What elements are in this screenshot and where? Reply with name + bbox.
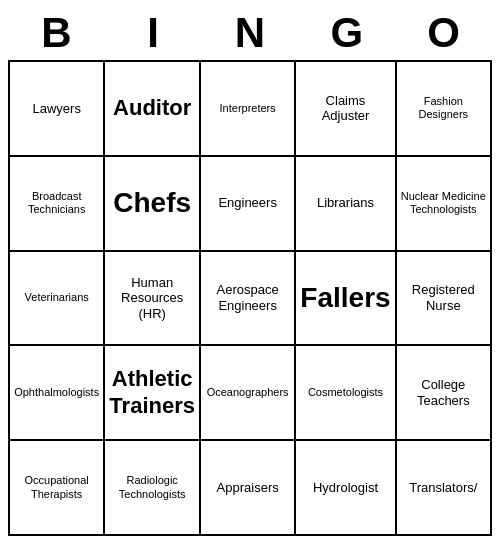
bingo-cell-r4-c1: Radiologic Technologists <box>105 441 201 536</box>
bingo-cell-r1-c3: Librarians <box>296 157 396 252</box>
bingo-cell-r3-c4: College Teachers <box>397 346 492 441</box>
bingo-cell-r2-c3: Fallers <box>296 252 396 347</box>
bingo-cell-r1-c2: Engineers <box>201 157 296 252</box>
bingo-cell-r0-c4: Fashion Designers <box>397 62 492 157</box>
bingo-cell-r3-c3: Cosmetologists <box>296 346 396 441</box>
bingo-grid: LawyersAuditorInterpretersClaims Adjuste… <box>8 60 492 536</box>
bingo-cell-r3-c0: Ophthalmologists <box>10 346 105 441</box>
bingo-letter-g: G <box>307 12 387 54</box>
bingo-letter-n: N <box>210 12 290 54</box>
bingo-cell-r2-c0: Veterinarians <box>10 252 105 347</box>
bingo-letter-o: O <box>404 12 484 54</box>
bingo-cell-r0-c1: Auditor <box>105 62 201 157</box>
bingo-cell-r0-c2: Interpreters <box>201 62 296 157</box>
bingo-letter-i: I <box>113 12 193 54</box>
bingo-cell-r1-c0: Broadcast Technicians <box>10 157 105 252</box>
bingo-cell-r2-c1: Human Resources (HR) <box>105 252 201 347</box>
bingo-cell-r4-c3: Hydrologist <box>296 441 396 536</box>
bingo-cell-r3-c2: Oceanographers <box>201 346 296 441</box>
bingo-cell-r0-c0: Lawyers <box>10 62 105 157</box>
bingo-cell-r4-c0: Occupational Therapists <box>10 441 105 536</box>
bingo-cell-r1-c1: Chefs <box>105 157 201 252</box>
bingo-cell-r0-c3: Claims Adjuster <box>296 62 396 157</box>
bingo-letter-b: B <box>16 12 96 54</box>
bingo-header: BINGO <box>8 8 492 60</box>
bingo-cell-r4-c2: Appraisers <box>201 441 296 536</box>
bingo-cell-r2-c4: Registered Nurse <box>397 252 492 347</box>
bingo-cell-r2-c2: Aerospace Engineers <box>201 252 296 347</box>
bingo-cell-r3-c1: Athletic Trainers <box>105 346 201 441</box>
bingo-cell-r1-c4: Nuclear Medicine Technologists <box>397 157 492 252</box>
bingo-cell-r4-c4: Translators/ <box>397 441 492 536</box>
